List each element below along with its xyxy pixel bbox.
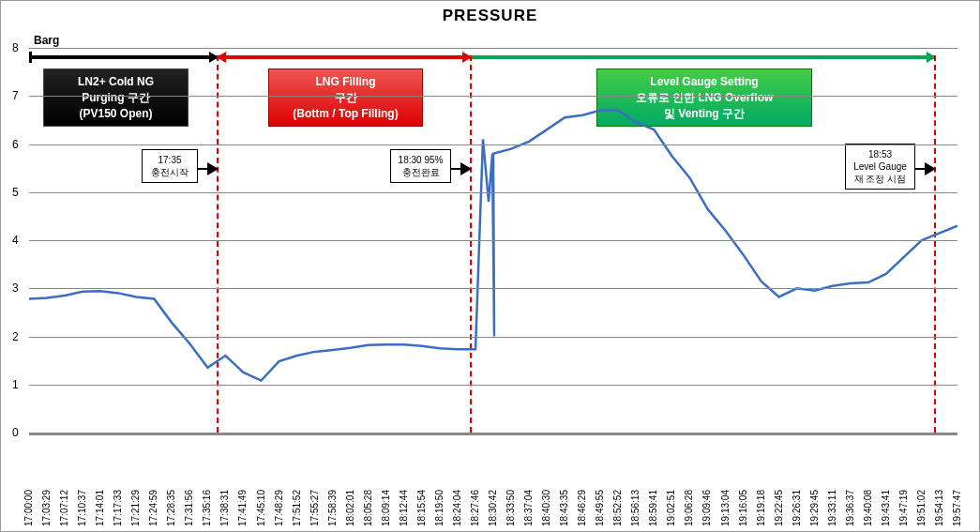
y-tick-label: 0 (12, 426, 19, 439)
x-tick-label: 19:06:28 (685, 490, 694, 526)
series-line (29, 111, 957, 381)
x-tick-label: 19:13:04 (721, 490, 731, 526)
x-tick-label: 17:35:16 (203, 490, 212, 526)
grid-line (29, 288, 957, 289)
y-tick-label: 5 (12, 186, 19, 199)
x-tick-label: 17:14:01 (96, 490, 105, 526)
plot-area: LN2+ Cold NG Purging 구간 (PV150 Open) LNG… (29, 48, 957, 435)
x-tick-label: 17:03:29 (42, 490, 52, 526)
x-tick-label: 17:10:37 (78, 490, 87, 526)
x-tick-label: 19:29:45 (810, 490, 820, 526)
x-tick-label: 19:33:11 (828, 490, 837, 526)
x-tick-label: 18:56:13 (631, 490, 641, 526)
y-tick-label: 4 (12, 234, 19, 247)
grid-line (29, 240, 957, 241)
x-tick-label: 19:26:31 (792, 490, 802, 526)
x-tick-label: 19:22:45 (775, 490, 784, 526)
x-tick-label: 18:40:30 (542, 490, 551, 526)
chart-frame: PRESSURE Barg LN2+ Cold NG Purging 구간 (P… (0, 0, 980, 532)
x-tick-label: 19:47:19 (899, 490, 909, 526)
grid-line (29, 337, 957, 338)
x-tick-label: 17:17:33 (113, 490, 123, 526)
x-tick-label: 19:19:18 (757, 490, 766, 526)
x-tick-label: 18:30:42 (489, 490, 498, 526)
x-tick-label: 18:46:29 (578, 490, 587, 526)
x-tick-label: 18:12:44 (400, 490, 409, 526)
y-tick-label: 3 (12, 281, 19, 295)
grid-line (29, 96, 957, 97)
x-tick-label: 17:51:52 (293, 490, 302, 526)
x-tick-label: 17:58:39 (328, 490, 338, 526)
x-tick-label: 18:37:04 (524, 490, 534, 526)
x-tick-label: 17:24:59 (149, 490, 158, 526)
x-tick-label: 17:48:29 (275, 490, 284, 526)
x-tick-label: 18:27:46 (471, 490, 480, 526)
x-tick-label: 18:43:35 (560, 490, 569, 526)
grid-line (29, 192, 957, 193)
y-tick-label: 2 (12, 330, 19, 343)
x-tick-label: 19:43:41 (882, 490, 891, 526)
x-tick-label: 19:40:08 (864, 490, 873, 526)
x-tick-label: 18:33:50 (506, 490, 516, 526)
x-tick-label: 18:02:01 (346, 490, 355, 526)
x-tick-label: 19:54:13 (935, 490, 944, 526)
grid-line (29, 385, 957, 386)
y-axis-label: Barg (34, 34, 59, 47)
x-tick-label: 19:36:37 (846, 490, 855, 526)
grid-line (29, 144, 957, 145)
x-tick-label: 18:59:41 (649, 490, 658, 526)
y-tick-label: 1 (12, 378, 19, 391)
y-tick-label: 8 (12, 41, 19, 54)
x-tick-label: 17:31:56 (185, 490, 194, 526)
x-tick-label: 18:19:50 (435, 490, 445, 526)
x-tick-label: 17:07:12 (60, 490, 69, 526)
x-tick-label: 18:49:55 (596, 490, 605, 526)
x-tick-label: 17:38:31 (220, 490, 230, 526)
y-tick-label: 7 (12, 89, 19, 102)
y-tick-label: 6 (12, 138, 19, 151)
x-tick-label: 19:16:05 (739, 490, 748, 526)
x-tick-label: 17:45:10 (257, 490, 266, 526)
x-tick-label: 17:41:49 (238, 490, 248, 526)
x-tick-label: 19:57:47 (953, 490, 962, 526)
x-tick-label: 18:52:52 (613, 490, 623, 526)
x-tick-label: 19:09:46 (702, 490, 712, 526)
x-tick-label: 17:55:27 (310, 490, 320, 526)
x-tick-label: 18:15:54 (417, 490, 427, 526)
grid-line (29, 48, 957, 49)
x-axis: 17:00:0017:03:2917:07:1217:10:3717:14:01… (29, 433, 957, 526)
x-tick-label: 18:05:28 (364, 490, 373, 526)
x-tick-label: 18:24:04 (453, 490, 462, 526)
x-tick-label: 19:51:02 (917, 490, 927, 526)
x-tick-label: 17:00:00 (24, 490, 34, 526)
x-tick-label: 17:21:29 (131, 490, 141, 526)
chart-title: PRESSURE (1, 7, 979, 25)
x-tick-label: 19:02:51 (667, 490, 676, 526)
x-tick-label: 17:28:35 (167, 490, 176, 526)
x-tick-label: 18:09:14 (382, 490, 391, 526)
